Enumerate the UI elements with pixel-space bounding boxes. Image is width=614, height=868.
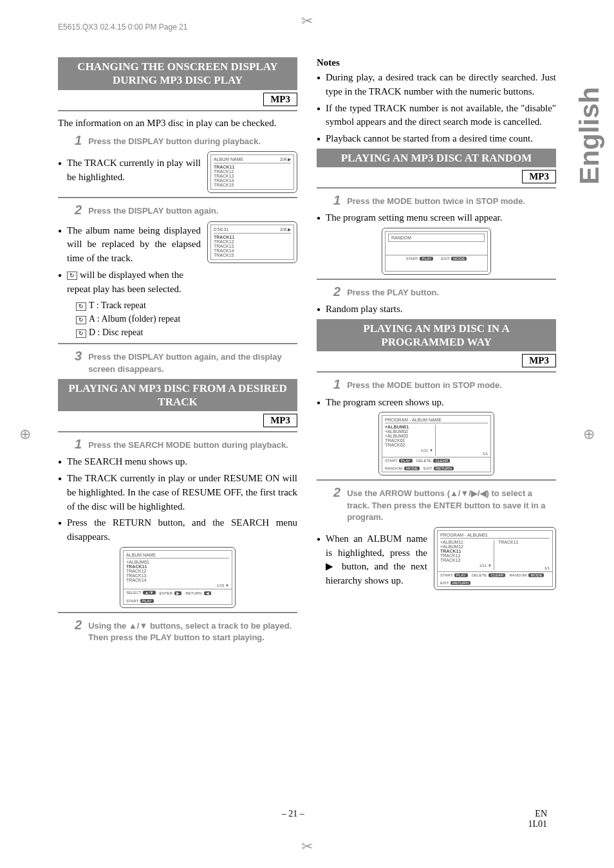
crop-mark-top: ✂ — [301, 13, 313, 30]
bullet-text: The program screen shows up. — [317, 396, 556, 410]
bullet-text: When an ALBUM name is highlighted, press… — [317, 532, 427, 588]
divider — [317, 279, 556, 280]
bullet-text: Press the RETURN button, and the SEARCH … — [58, 516, 297, 544]
repeat-icon: ↻ — [76, 316, 86, 324]
notes-heading: Notes — [317, 57, 556, 68]
screen-title: PROGRAM - ALBUM01 — [440, 533, 488, 537]
program-hierarchy-screen: PROGRAM - ALBUM01 +ALBUM11 +ALBUM12 TRAC… — [434, 527, 556, 590]
step-number: 1 — [333, 194, 340, 207]
list-line: TRACK13 — [440, 558, 492, 562]
counter: 1/11 ▼ — [421, 448, 433, 452]
track-line: TRACK12 — [214, 169, 291, 174]
osd-screen-time: 0:50:31 2/A ▶ TRACK11 TRACK12 TRACK13 TR… — [207, 221, 297, 263]
step-2: 2 Press the DISPLAY button again. — [58, 203, 297, 217]
step-number: 2 — [75, 618, 82, 643]
track-line: TRACK11 — [214, 165, 234, 169]
repeat-option-album: ↻A : Album (folder) repeat — [76, 312, 201, 326]
footer-code-en: EN — [535, 809, 547, 818]
step-number: 1 — [75, 134, 82, 147]
mp3-badge: MP3 — [263, 414, 297, 427]
track-line: TRACK12 — [214, 239, 291, 244]
registration-mark-right: ⊕ — [583, 426, 595, 443]
step-text: Press the MODE button in STOP mode. — [347, 378, 556, 391]
screen-title: ALBUM NAME — [214, 157, 243, 162]
step-1: 1 Press the SEARCH MODE button during pl… — [58, 438, 297, 451]
divider — [317, 479, 556, 481]
step-2: 2 Use the ARROW buttons (▲/▼/▶/◀) to sel… — [317, 486, 556, 523]
track-line: TRACK14 — [214, 178, 291, 183]
bullet-text: The TRACK currently in play will be high… — [58, 156, 201, 185]
footer-code-1l01: 1L01 — [528, 819, 547, 829]
step-1: 1 Press the MODE button twice in STOP mo… — [317, 194, 556, 207]
track-line: TRACK15 — [214, 253, 291, 257]
counter: 1/1 — [483, 452, 488, 456]
list-line: TRACK12 — [126, 569, 229, 573]
section-heading-random: PLAYING AN MP3 DISC AT RANDOM — [317, 149, 556, 167]
list-line: +ALBUM01 — [385, 425, 409, 429]
section-heading-desired-track: PLAYING AN MP3 DISC FROM A DESIRED TRACK — [58, 379, 297, 412]
list-line: TRACK01 — [385, 438, 433, 443]
repeat-icon: ↻ — [76, 329, 86, 338]
divider — [58, 343, 297, 344]
step-text: Press the DISPLAY button again. — [88, 203, 297, 217]
bullet-text: The program setting menu screen will app… — [317, 211, 556, 225]
bullet-text: ↻will be displayed when the repeat play … — [58, 268, 201, 297]
divider — [317, 187, 556, 189]
divider — [58, 431, 297, 432]
step-1: 1 Press the DISPLAY button during playba… — [58, 134, 297, 147]
step-number: 2 — [333, 285, 340, 299]
step-number: 1 — [75, 438, 82, 451]
repeat-icon: ↻ — [76, 302, 86, 311]
divider — [58, 197, 297, 198]
list-line: TRACK11 — [440, 549, 461, 553]
section-heading-onscreen-display: CHANGING THE ONSCREEN DISPLAY DURING MP3… — [58, 57, 297, 90]
note-text: During play, a desired track can be dire… — [317, 71, 556, 99]
search-menu-screen: ALBUM NAME +ALBUM01 TRACK11 TRACK12 TRAC… — [120, 547, 236, 608]
repeat-icon: ↻ — [67, 272, 77, 280]
list-line: +ALBUM11 — [440, 540, 492, 544]
list-line: +ALBUM02 — [385, 429, 433, 434]
step-text: Press the DISPLAY button during playback… — [88, 134, 297, 147]
random-menu-screen: RANDOM START: PLAY EXIT: MODE — [382, 228, 491, 275]
step-number: 1 — [333, 378, 340, 391]
screen-indicator: 2/A ▶ — [280, 157, 291, 162]
list-line: TRACK13 — [126, 573, 229, 578]
bullet-fragment: will be displayed when the — [80, 270, 183, 280]
bullet-text: Random play starts. — [317, 302, 556, 317]
mp3-badge: MP3 — [522, 354, 556, 367]
step-text: Press the PLAY button. — [347, 285, 556, 299]
track-line: TRACK13 — [214, 244, 291, 248]
mp3-badge: MP3 — [263, 93, 297, 106]
bullet-text: The album name being displayed will be r… — [58, 224, 201, 266]
step-number: 2 — [333, 486, 340, 523]
step-text: Press the SEARCH MODE button during play… — [88, 438, 297, 451]
bullet-fragment: repeat play has been selected. — [67, 282, 201, 297]
step-number: 3 — [75, 349, 82, 374]
screen-title: ALBUM NAME — [126, 553, 156, 557]
list-line: +ALBUM03 — [385, 434, 433, 438]
page-number: – 21 – — [282, 809, 304, 829]
step-text: Using the ▲/▼ buttons, select a track to… — [88, 618, 297, 643]
screen-title: PROGRAM - ALBUM NAME — [385, 418, 442, 422]
osd-screen-album: ALBUM NAME 2/A ▶ TRACK11 TRACK12 TRACK13… — [207, 151, 297, 193]
step-3: 3 Press the DISPLAY button again, and th… — [58, 349, 297, 374]
note-text: If the typed TRACK number is not availab… — [317, 102, 556, 130]
program-menu-screen: PROGRAM - ALBUM NAME +ALBUM01 +ALBUM02 +… — [378, 412, 494, 476]
counter: 1/15 ▼ — [217, 584, 229, 587]
divider — [317, 371, 556, 373]
step-text: Press the DISPLAY button again, and the … — [88, 349, 297, 374]
step-text: Press the MODE button twice in STOP mode… — [347, 194, 556, 207]
repeat-option-track: ↻T : Track repeat — [76, 299, 201, 312]
list-line: TRACK12 — [440, 553, 492, 558]
track-line: TRACK14 — [214, 248, 291, 253]
list-line: +ALBUM12 — [440, 544, 492, 549]
list-line: TRACK14 — [126, 578, 229, 582]
intro-text: The information on an MP3 disc in play c… — [58, 116, 297, 131]
track-line: TRACK13 — [214, 174, 291, 178]
list-line: TRACK11 — [498, 540, 550, 544]
crop-mark-bottom: ✂ — [301, 838, 313, 855]
screen-title: 0:50:31 — [214, 227, 228, 232]
divider — [58, 110, 297, 111]
counter: 1/1 — [544, 566, 550, 570]
bullet-text: The SEARCH menu shows up. — [58, 455, 297, 469]
